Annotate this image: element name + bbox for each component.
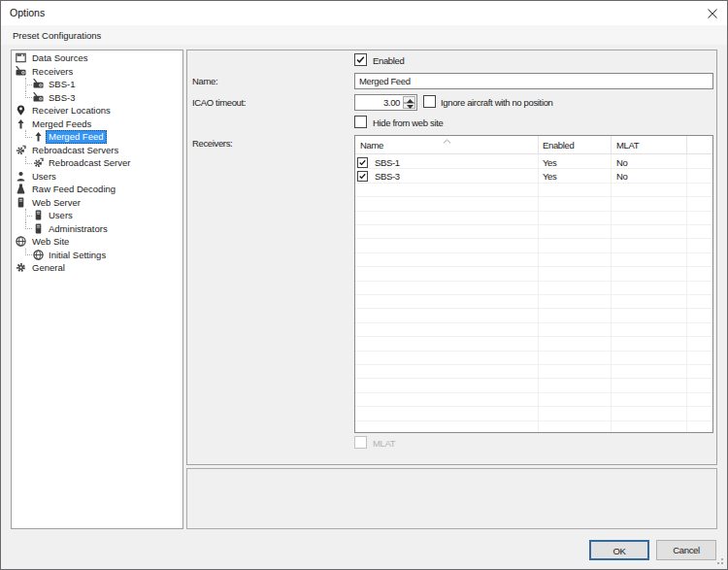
receiver-icon xyxy=(33,79,44,89)
empty-row xyxy=(355,282,712,295)
tree-item-initial-settings[interactable]: Initial Settings xyxy=(13,249,178,262)
empty-row xyxy=(355,295,712,309)
tree-connector-hline xyxy=(25,84,32,85)
cell-mlat: No xyxy=(616,157,627,168)
tree-item-label[interactable]: Administrators xyxy=(49,222,108,236)
listview-header[interactable]: NameEnabledMLAT xyxy=(355,136,712,154)
tree-item-data-sources[interactable]: Data Sources xyxy=(13,51,178,65)
name-input[interactable]: Merged Feed xyxy=(354,73,713,89)
receiver-row-sbs-1[interactable]: SBS-1YesNo xyxy=(355,155,712,169)
ok-button[interactable]: OK xyxy=(589,540,649,560)
tree-item-label[interactable]: Web Server xyxy=(32,196,81,210)
mlat-checkbox[interactable] xyxy=(354,436,367,449)
merged-feed-icon xyxy=(16,118,26,129)
tree-item-rebroadcast-servers[interactable]: Rebroadcast Servers xyxy=(13,144,178,157)
tree-item-merged-feeds[interactable]: Merged Feeds xyxy=(13,117,178,131)
close-icon xyxy=(708,9,717,18)
tree-item-sbs-3[interactable]: SBS-3 xyxy=(13,91,178,105)
resize-grip[interactable] xyxy=(721,562,723,564)
tree-item-label[interactable]: Receiver Locations xyxy=(32,104,111,117)
tree-item-label[interactable]: General xyxy=(32,261,65,275)
receiver-icon xyxy=(33,92,44,103)
spinner-down-button[interactable] xyxy=(403,103,415,110)
tree-item-merged-feed[interactable]: Merged Feed xyxy=(13,130,178,144)
tree-item-receiver-locations[interactable]: Receiver Locations xyxy=(13,104,178,117)
merged-feed-icon xyxy=(33,131,44,142)
tree-item-web-site[interactable]: Web Site xyxy=(13,235,178,249)
tree-item-label[interactable]: SBS-1 xyxy=(49,78,75,91)
tree-item-sbs-1[interactable]: SBS-1 xyxy=(13,78,178,91)
receivers-listview[interactable]: NameEnabledMLATSBS-1YesNoSBS-3YesNo xyxy=(354,135,713,433)
empty-row xyxy=(355,253,712,267)
close-button[interactable] xyxy=(701,5,724,22)
gear-icon xyxy=(16,262,26,273)
title-bar: Options xyxy=(1,1,727,25)
cell-name: SBS-1 xyxy=(375,157,400,168)
data-sources-icon xyxy=(16,52,26,63)
column-header-mlat[interactable]: MLAT xyxy=(616,140,639,151)
empty-row xyxy=(355,225,712,239)
tree-item-label[interactable]: Merged Feeds xyxy=(32,117,91,131)
tree-item-label[interactable]: Receivers xyxy=(32,65,73,79)
menu-item-preset-configurations[interactable]: Preset Configurations xyxy=(13,30,101,41)
empty-row xyxy=(355,323,712,337)
empty-row xyxy=(355,379,712,392)
tree-item-users[interactable]: Users xyxy=(13,209,178,222)
empty-row xyxy=(355,352,712,365)
column-header-enabled[interactable]: Enabled xyxy=(543,140,574,151)
empty-row xyxy=(355,239,712,252)
row-checkbox[interactable] xyxy=(357,171,368,182)
web-server-icon xyxy=(16,197,26,208)
hide-from-web-site-checkbox[interactable] xyxy=(354,116,367,128)
tree-item-label[interactable]: Initial Settings xyxy=(49,249,106,262)
enabled-checkbox[interactable] xyxy=(354,53,367,66)
rebroadcast-icon xyxy=(33,157,44,168)
settings-tree[interactable]: Data SourcesReceiversSBS-1SBS-3Receiver … xyxy=(11,50,183,529)
tree-item-administrators[interactable]: Administrators xyxy=(13,222,178,236)
tree-item-label[interactable]: Users xyxy=(49,209,73,222)
tree-item-label[interactable]: Merged Feed xyxy=(46,130,107,144)
tree-item-label[interactable]: Rebroadcast Server xyxy=(49,156,130,170)
tree-connector-hline xyxy=(25,228,32,229)
receivers-label: Receivers: xyxy=(192,138,232,149)
tree-connector-hline xyxy=(25,163,32,164)
mlat-label: MLAT xyxy=(373,438,395,449)
tree-item-receivers[interactable]: Receivers xyxy=(13,65,178,79)
ignore-no-position-checkbox[interactable] xyxy=(423,95,436,108)
cancel-button[interactable]: Cancel xyxy=(656,540,716,560)
tree-connector-hline xyxy=(25,254,32,255)
icao-timeout-spinner[interactable]: 3.00 xyxy=(354,94,417,111)
empty-row xyxy=(355,184,712,197)
column-header-name[interactable]: Name xyxy=(360,140,383,151)
tree-item-users[interactable]: Users xyxy=(13,170,178,184)
tree-item-label[interactable]: Web Site xyxy=(32,235,69,249)
rebroadcast-icon xyxy=(16,145,26,155)
enabled-label: Enabled xyxy=(373,55,404,66)
window-title: Options xyxy=(10,7,45,18)
tree-item-web-server[interactable]: Web Server xyxy=(13,196,178,210)
tree-connector-hline xyxy=(25,216,32,217)
empty-row xyxy=(355,407,712,420)
hide-from-web-site-label: Hide from web site xyxy=(373,117,443,128)
tree-item-label[interactable]: Data Sources xyxy=(32,51,88,65)
tree-item-label[interactable]: SBS-3 xyxy=(49,91,75,105)
raw-feed-icon xyxy=(16,184,26,194)
bottom-panel xyxy=(186,468,717,529)
row-checkbox[interactable] xyxy=(357,157,368,168)
tree-item-rebroadcast-server[interactable]: Rebroadcast Server xyxy=(13,156,178,170)
tree-item-general[interactable]: General xyxy=(13,261,178,275)
cell-enabled: Yes xyxy=(543,157,556,168)
column-divider[interactable] xyxy=(611,136,612,154)
sort-ascending-icon xyxy=(443,135,451,146)
tree-item-raw-feed-decoding[interactable]: Raw Feed Decoding xyxy=(13,183,178,196)
column-divider[interactable] xyxy=(538,136,539,154)
globe-icon xyxy=(33,250,44,260)
tree-item-label[interactable]: Rebroadcast Servers xyxy=(32,144,118,157)
cell-enabled: Yes xyxy=(543,171,556,182)
empty-row xyxy=(355,212,712,225)
column-divider[interactable] xyxy=(686,136,687,154)
tree-item-label[interactable]: Users xyxy=(32,170,56,184)
tree-item-label[interactable]: Raw Feed Decoding xyxy=(32,183,116,196)
check-icon xyxy=(355,54,366,65)
receiver-row-sbs-3[interactable]: SBS-3YesNo xyxy=(355,169,712,183)
